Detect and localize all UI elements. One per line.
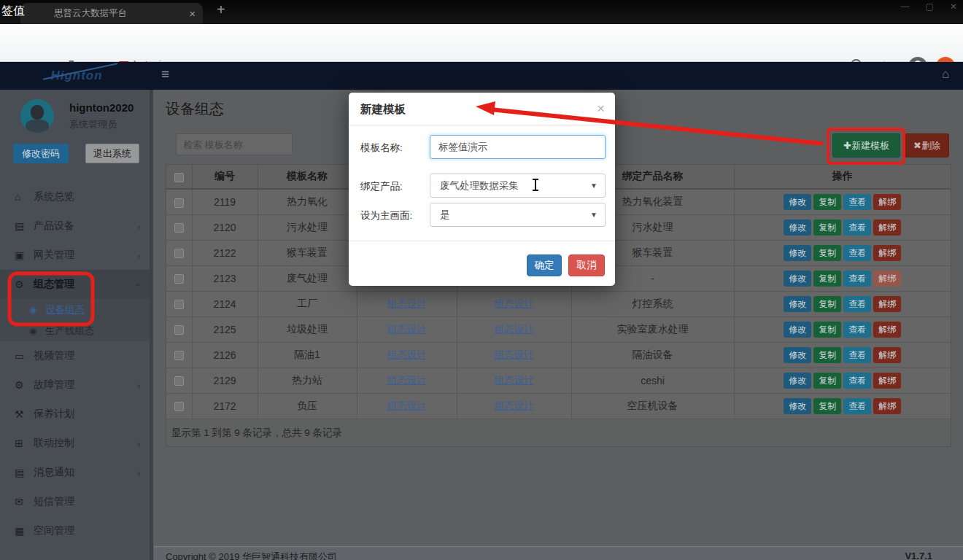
modify-button[interactable]: 修改 [784,322,811,338]
sidebar-item-video-mgmt[interactable]: ▭视频管理 [0,341,150,370]
modify-button[interactable]: 修改 [784,296,811,312]
copy-button[interactable]: 复制 [813,219,841,236]
view-button[interactable]: 查看 [843,322,871,338]
sidebar-item-gateway-mgmt[interactable]: ▣网关管理‹ [0,241,150,270]
config-design-link[interactable]: 组态设计 [495,349,534,360]
bind-product-select[interactable]: 废气处理数据采集 ▼ [430,174,606,198]
logout-button[interactable]: 退出系统 [85,144,139,163]
modify-button[interactable]: 修改 [784,347,811,363]
modify-button[interactable]: 修改 [784,398,811,414]
sitemap-icon: ⊞ [15,438,34,449]
config-design-link[interactable]: 组态设计 [495,375,534,386]
modify-button[interactable]: 修改 [784,373,811,389]
sidebar-item-line-config[interactable]: ◉生产线组态 [0,320,150,341]
sidebar-item-linkage-control[interactable]: ⊞联动控制‹ [0,429,150,458]
row-checkbox[interactable] [174,198,184,208]
row-actions: 修改复制查看解绑 [734,265,951,291]
row-checkbox[interactable] [174,223,184,233]
tab-close-icon[interactable]: × [189,7,196,20]
unbind-button[interactable]: 解绑 [873,347,901,363]
modify-button[interactable]: 修改 [784,245,811,261]
bind-product-value: 废气处理数据采集 [440,180,519,191]
cancel-button[interactable]: 取消 [568,254,605,276]
modify-button[interactable]: 修改 [784,271,811,287]
copy-button[interactable]: 复制 [813,194,841,210]
copy-button[interactable]: 复制 [813,322,841,338]
sidebar-item-sms-mgmt[interactable]: ✉短信管理 [0,487,150,516]
view-button[interactable]: 查看 [843,296,871,312]
sidebar-item-config-mgmt[interactable]: ⚙组态管理› [0,270,150,299]
sidebar-item-device-config[interactable]: ◉设备组态 [0,299,150,320]
sidebar-item-space-mgmt[interactable]: ▦空间管理 [0,516,150,545]
config-design-link[interactable]: 组态设计 [387,400,427,411]
config-design-link[interactable]: 组态设计 [387,349,427,360]
row-checkbox[interactable] [174,249,184,258]
delete-button[interactable]: ✖删除 [905,133,949,158]
config-design-link[interactable]: 组态设计 [495,400,534,411]
copy-button[interactable]: 复制 [813,373,841,389]
view-button[interactable]: 查看 [843,398,871,414]
config-design-link[interactable]: 组态设计 [495,298,534,309]
view-button[interactable]: 查看 [843,347,871,363]
row-actions: 修改复制查看解绑 [734,214,951,240]
wrench-icon: ⚒ [15,408,34,420]
chevron-left-icon: ‹ [137,249,141,262]
select-all-checkbox[interactable] [174,173,184,182]
table-row: 2125垃圾处理组态设计组态设计实验室废水处理修改复制查看解绑 [166,316,951,342]
copy-button[interactable]: 复制 [813,296,841,312]
gears-icon: ⚙ [15,279,34,290]
view-button[interactable]: 查看 [843,245,871,261]
home-icon[interactable]: ⌂ [942,67,949,82]
sidebar-item-fault-mgmt[interactable]: ⚙故障管理‹ [0,370,150,400]
change-password-button[interactable]: 修改密码 [13,144,69,163]
sidebar-toggle-icon[interactable]: ≡ [161,66,169,82]
view-button[interactable]: 查看 [843,194,871,210]
sidebar-item-message-notify[interactable]: ▤消息通知‹ [0,458,150,487]
unbind-button[interactable]: 解绑 [873,398,901,414]
new-tab-button[interactable]: + [217,1,225,18]
view-button[interactable]: 查看 [843,373,871,389]
sidebar-submenu: ◉设备组态◉生产线组态 [0,299,150,341]
modal-close-icon[interactable]: × [597,101,605,117]
add-template-button[interactable]: ✚新建模板 [832,133,900,158]
config-design-link[interactable]: 组态设计 [387,298,427,309]
copy-button[interactable]: 复制 [813,245,841,261]
row-checkbox[interactable] [174,351,184,360]
maximize-icon[interactable]: ▢ [926,1,934,12]
modify-button[interactable]: 修改 [784,219,811,236]
view-button[interactable]: 查看 [843,271,871,287]
sidebar-item-product-device[interactable]: ▤产品设备‹ [0,211,150,241]
browser-tab[interactable]: 思普云大数据平台 × [20,3,203,24]
unbind-button[interactable]: 解绑 [873,271,901,287]
template-name-input[interactable] [430,135,606,159]
sidebar-item-maintenance-plan[interactable]: ⚒保养计划 [0,400,150,429]
copy-button[interactable]: 复制 [813,398,841,414]
modify-button[interactable]: 修改 [784,194,811,210]
unbind-button[interactable]: 解绑 [873,296,901,312]
bind-product-label: 绑定产品: [360,180,403,193]
dot-circle-icon: ◉ [29,326,45,336]
close-window-icon[interactable]: ✕ [950,1,957,12]
config-design-link[interactable]: 组态设计 [387,375,427,386]
unbind-button[interactable]: 解绑 [873,245,901,261]
sidebar-item-system-overview[interactable]: ⌂系统总览 [0,182,150,211]
view-button[interactable]: 查看 [843,219,871,236]
minimize-icon[interactable]: — [901,1,910,12]
main-screen-select[interactable]: 是 ▼ [430,203,606,227]
unbind-button[interactable]: 解绑 [873,373,901,389]
row-id: 2120 [192,214,258,240]
copy-button[interactable]: 复制 [813,271,841,287]
copy-button[interactable]: 复制 [813,347,841,363]
confirm-button[interactable]: 确定 [527,254,562,276]
unbind-button[interactable]: 解绑 [873,219,901,236]
row-checkbox[interactable] [174,402,184,411]
unbind-button[interactable]: 解绑 [873,194,901,210]
row-checkbox[interactable] [174,376,184,386]
row-checkbox[interactable] [174,274,184,284]
row-checkbox[interactable] [174,325,184,335]
unbind-button[interactable]: 解绑 [873,322,901,338]
config-design-link[interactable]: 组态设计 [387,324,427,335]
config-design-link[interactable]: 组态设计 [495,324,534,335]
row-checkbox[interactable] [174,300,184,309]
search-input[interactable] [176,133,293,155]
